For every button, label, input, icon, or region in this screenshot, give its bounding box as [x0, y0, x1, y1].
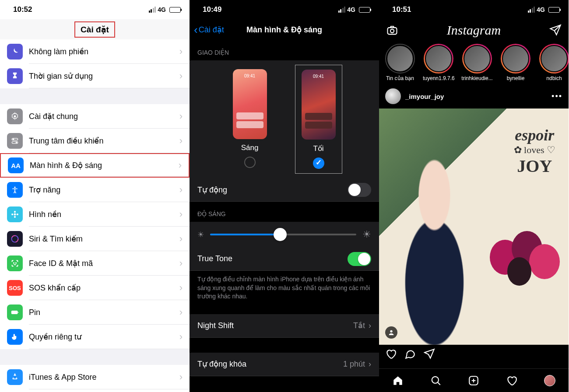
chevron-right-icon: ›	[179, 111, 183, 122]
light-radio[interactable]	[244, 157, 256, 168]
battery-icon	[7, 304, 23, 320]
settings-screen: 10:52 4G Cài đặt Không làm phiền›Thời gi…	[0, 0, 190, 392]
tab-bar	[379, 368, 569, 392]
flower-icon	[7, 206, 23, 222]
settings-row-sos[interactable]: SOSSOS khẩn cấp›	[0, 276, 190, 300]
tab-home[interactable]	[392, 374, 404, 387]
nightshift-value: Tắt	[353, 321, 365, 330]
story-avatar	[541, 45, 568, 72]
svg-point-10	[17, 214, 18, 215]
tab-search[interactable]	[430, 374, 442, 387]
appearance-dark-option[interactable]: 09:41 Tối	[295, 65, 342, 174]
tab-new-post[interactable]	[467, 374, 480, 387]
story-avatar	[386, 45, 414, 72]
settings-row-appstore[interactable]: iTunes & App Store›	[0, 365, 190, 389]
chevron-right-icon: ›	[179, 160, 182, 171]
row-label: Cài đặt chung	[29, 112, 179, 121]
settings-row-moon[interactable]: Không làm phiền›	[0, 39, 190, 64]
settings-row-battery[interactable]: Pin›	[0, 300, 190, 325]
story-avatar	[425, 45, 452, 72]
automatic-row[interactable]: Tự động	[190, 178, 379, 202]
section-brightness-header: ĐỘ SÁNG	[190, 202, 379, 222]
settings-row-switches[interactable]: Trung tâm điều khiển›	[0, 129, 190, 153]
post-image[interactable]: espoir ✿ loves ♡ JOY	[379, 108, 569, 345]
tagged-people-icon[interactable]	[385, 326, 397, 339]
post-avatar[interactable]	[385, 88, 401, 104]
status-bar: 10:52 4G	[0, 0, 190, 19]
settings-row-siri[interactable]: Siri & Tìm kiếm›	[0, 227, 190, 251]
stories-tray[interactable]: Tin của bạntuyenn1.9.7.6trinhkieudie...b…	[379, 41, 569, 84]
svg-point-17	[390, 29, 394, 33]
row-label: Thời gian sử dụng	[29, 71, 179, 81]
chevron-right-icon: ›	[179, 331, 183, 343]
story-avatar	[502, 45, 529, 72]
story-username: Tin của bạn	[384, 75, 416, 81]
chevron-right-icon: ›	[179, 258, 183, 269]
chevron-right-icon: ›	[369, 321, 371, 330]
story-item[interactable]: ndbich	[538, 44, 569, 81]
row-label: Màn hình & Độ sáng	[30, 161, 179, 170]
settings-title-bar: Cài đặt	[0, 19, 190, 39]
share-icon[interactable]	[424, 348, 435, 360]
brightness-slider[interactable]	[210, 234, 356, 235]
send-icon[interactable]	[549, 24, 562, 36]
dark-radio[interactable]	[313, 158, 324, 169]
row-label: iTunes & App Store	[29, 373, 179, 382]
automatic-label: Tự động	[197, 185, 227, 195]
battery-icon	[548, 7, 560, 13]
story-item[interactable]: Tin của bạn	[384, 44, 416, 81]
back-button[interactable]: ‹ Cài đặt	[194, 23, 224, 37]
truetone-row[interactable]: True Tone	[190, 247, 379, 271]
story-item[interactable]: tuyenn1.9.7.6	[423, 44, 454, 81]
appearance-light-option[interactable]: 09:41 Sáng	[227, 65, 273, 174]
story-avatar	[464, 45, 491, 72]
truetone-toggle[interactable]	[348, 252, 371, 266]
tab-activity[interactable]	[506, 374, 518, 387]
post-more-button[interactable]: •••	[551, 92, 562, 101]
svg-point-19	[432, 376, 439, 383]
settings-group-2: Cài đặt chung›Trung tâm điều khiển›AAMàn…	[0, 104, 190, 349]
settings-row-hourglass[interactable]: Thời gian sử dụng›	[0, 64, 190, 88]
network-label: 4G	[347, 6, 355, 13]
story-item[interactable]: trinhkieudie...	[461, 44, 493, 81]
autolock-row[interactable]: Tự động khóa 1 phút ›	[190, 353, 379, 376]
svg-point-13	[14, 262, 14, 263]
status-time: 10:52	[13, 5, 32, 14]
story-ring	[462, 44, 492, 74]
chevron-right-icon: ›	[179, 184, 183, 196]
svg-point-5	[14, 187, 15, 188]
chevron-right-icon: ›	[179, 46, 183, 57]
comment-icon[interactable]	[404, 348, 416, 360]
light-label: Sáng	[233, 144, 267, 152]
status-right: 4G	[528, 6, 560, 13]
profile-avatar-icon	[544, 375, 555, 386]
like-icon[interactable]	[385, 348, 397, 360]
status-bar: 10:51 4G	[379, 0, 569, 19]
network-label: 4G	[158, 6, 166, 13]
settings-row-gear[interactable]: Cài đặt chung›	[0, 104, 190, 129]
post-username[interactable]: _imyour_joy	[405, 93, 547, 100]
svg-point-8	[14, 216, 16, 218]
section-appearance-header: GIAO DIỆN	[190, 40, 379, 60]
tab-profile[interactable]	[544, 374, 556, 387]
story-item[interactable]: bynellie	[500, 44, 531, 81]
settings-row-face[interactable]: Face ID & Mật mã›	[0, 251, 190, 276]
battery-icon	[169, 7, 181, 13]
svg-point-0	[14, 116, 16, 118]
settings-row-accessibility[interactable]: Trợ năng›	[0, 178, 190, 202]
display-brightness-screen: 10:49 4G ‹ Cài đặt Màn hình & Độ sáng GI…	[190, 0, 379, 392]
row-label: Quyền riêng tư	[29, 332, 179, 342]
svg-point-6	[14, 214, 16, 216]
status-bar: 10:49 4G	[190, 0, 379, 19]
chevron-right-icon: ›	[369, 360, 371, 369]
status-right: 4G	[338, 6, 370, 13]
camera-icon[interactable]	[386, 24, 398, 36]
settings-row-hand[interactable]: Quyền riêng tư›	[0, 325, 190, 349]
settings-row-flower[interactable]: Hình nền›	[0, 202, 190, 227]
settings-row-aa[interactable]: AAMàn hình & Độ sáng›	[0, 153, 190, 178]
nightshift-row[interactable]: Night Shift Tắt ›	[190, 314, 379, 338]
automatic-toggle[interactable]	[348, 183, 371, 197]
chevron-left-icon: ‹	[194, 23, 198, 37]
row-label: Pin	[29, 308, 179, 317]
status-time: 10:51	[392, 5, 411, 14]
